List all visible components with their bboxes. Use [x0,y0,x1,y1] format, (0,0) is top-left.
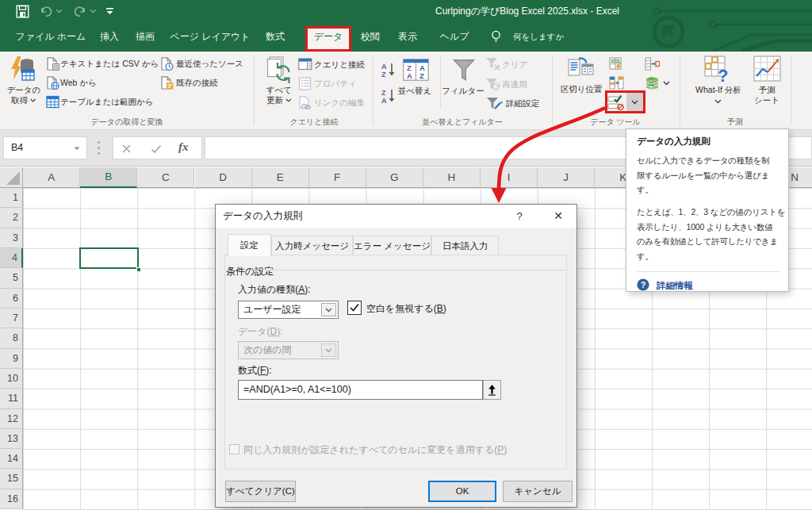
cancel-button[interactable]: キャンセル [503,481,573,502]
redo-dropdown-icon[interactable] [90,9,97,13]
queries-connections-label[interactable]: クエリと接続 [314,59,365,71]
reapply-label[interactable]: 再適用 [502,79,527,90]
column-header-I[interactable]: I [481,167,538,188]
row-header-2[interactable]: 2 [0,208,23,228]
dialog-title-bar[interactable]: データの入力規則 ? ✕ [216,205,576,228]
save-icon[interactable] [16,5,29,18]
recent-sources-label[interactable]: 最近使ったソース [176,59,243,70]
row-header-11[interactable]: 11 [0,389,23,408]
name-box-dropdown-icon[interactable] [74,147,80,151]
row-header-9[interactable]: 9 [0,349,23,369]
lightbulb-icon[interactable] [490,30,502,44]
consolidate-button[interactable] [645,57,660,74]
flash-fill-button[interactable] [609,57,623,74]
edit-links-button[interactable] [298,96,312,113]
data-combobox[interactable]: 次の値の間 [238,341,339,359]
properties-button[interactable] [298,77,312,94]
data-model-dropdown-icon[interactable] [663,81,670,86]
queries-connections-button[interactable] [298,58,312,74]
formula-bar-splitter-icon[interactable] [97,140,101,155]
insert-function-icon[interactable]: fx [178,140,189,154]
fill-handle[interactable] [136,267,141,272]
clear-filter-button[interactable] [485,57,501,75]
clear-filter-label[interactable]: クリア [502,59,527,71]
clear-all-button[interactable]: すべてクリア(C) [225,481,296,502]
row-header-5[interactable]: 5 [0,268,23,288]
reapply-button[interactable] [485,78,501,95]
row-header-15[interactable]: 15 [0,469,23,489]
column-header-B[interactable]: B [80,167,137,188]
allow-combobox[interactable]: ユーザー設定 [238,301,339,319]
properties-label[interactable]: プロパティ [314,79,357,90]
tooltip-more-info-link[interactable]: 詳細情報 [657,280,693,292]
row-header-7[interactable]: 7 [0,309,23,328]
from-text-csv-label[interactable]: テキストまたは CSV から [60,59,159,70]
row-header-14[interactable]: 14 [0,449,23,469]
advanced-filter-button[interactable] [486,97,504,116]
data-dropdown-button[interactable] [321,343,336,357]
from-web-button[interactable] [46,76,59,93]
row-header-1[interactable]: 1 [0,188,23,208]
collapse-dialog-button[interactable] [483,380,501,400]
cancel-entry-icon[interactable] [121,144,132,154]
row-header-6[interactable]: 6 [0,289,23,309]
apply-all-checkbox[interactable] [229,444,239,454]
dialog-tab-ime-mode[interactable]: 日本語入力 [431,236,499,255]
tab-help[interactable]: ヘルプ [440,22,469,52]
sort-ascending-button[interactable]: A Z [381,62,396,81]
column-header-F[interactable]: F [309,167,366,188]
from-table-range-label[interactable]: テーブルまたは範囲から [60,97,153,108]
column-header-J[interactable]: J [538,167,595,188]
select-all-corner[interactable] [0,167,23,188]
column-header-H[interactable]: H [423,167,481,188]
edit-links-label[interactable]: リンクの編集 [314,98,365,109]
row-header-13[interactable]: 13 [0,429,23,449]
customize-qat-icon[interactable] [105,7,114,15]
recent-sources-button[interactable] [160,57,174,74]
column-header-E[interactable]: E [252,167,309,188]
dialog-tab-input-message[interactable]: 入力時メッセージ [271,236,353,255]
from-table-range-button[interactable] [46,95,59,112]
row-header-4[interactable]: 4 [0,248,23,268]
ribbon: データの 取得 テキストまたは CSV から [0,52,812,130]
tab-page-layout[interactable]: ページ レイアウト [170,22,250,52]
row-header-10[interactable]: 10 [0,369,23,389]
existing-connections-button[interactable] [160,76,174,93]
ok-button[interactable]: OK [428,481,496,502]
existing-connections-label[interactable]: 既存の接続 [176,78,218,89]
column-header-D[interactable]: D [195,167,252,188]
allow-dropdown-button[interactable] [321,303,336,316]
column-header-A[interactable]: A [23,167,80,188]
tab-formulas[interactable]: 数式 [266,22,285,52]
dialog-tab-error-alert[interactable]: エラー メッセージ [353,236,431,255]
data-model-button[interactable] [645,76,660,94]
tab-view[interactable]: 表示 [398,22,417,52]
row-header-16[interactable]: 16 [0,489,23,509]
tell-me-search[interactable]: 何をしますか [513,22,564,52]
row-header-12[interactable]: 12 [0,409,23,429]
tab-draw[interactable]: 描画 [136,22,155,52]
undo-dropdown-icon[interactable] [56,9,63,13]
sort-descending-button[interactable]: Z A [381,88,396,107]
column-header-G[interactable]: G [366,167,423,188]
tab-file[interactable]: ファイル [15,22,54,52]
advanced-filter-label[interactable]: 詳細設定 [506,98,539,109]
name-box[interactable]: B4 [3,136,87,159]
dialog-tab-settings[interactable]: 設定 [228,234,271,256]
dialog-close-button[interactable]: ✕ [545,205,572,228]
dialog-help-button[interactable]: ? [506,205,533,228]
redo-icon[interactable] [74,6,86,17]
formula-field[interactable]: =AND(A1>=0, A1<=100) [238,380,483,400]
tab-insert[interactable]: 挿入 [100,22,119,52]
row-header-8[interactable]: 8 [0,328,23,348]
ignore-blank-label: 空白を無視する(B) [366,302,446,316]
tab-review[interactable]: 校閲 [361,22,380,52]
from-web-label[interactable]: Web から [60,78,97,89]
undo-icon[interactable] [40,6,52,17]
confirm-entry-icon[interactable] [151,144,162,154]
ignore-blank-checkbox[interactable] [347,301,362,315]
row-header-3[interactable]: 3 [0,228,23,248]
from-text-csv-button[interactable] [46,57,59,74]
column-header-C[interactable]: C [137,167,194,188]
tab-home[interactable]: ホーム [57,22,86,52]
